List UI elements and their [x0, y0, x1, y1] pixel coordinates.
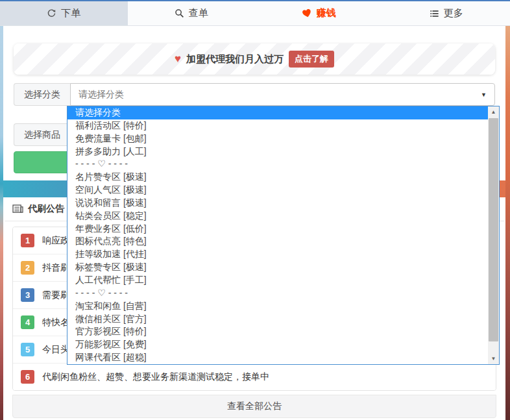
- announcement-icon: [12, 204, 23, 214]
- dropdown-option[interactable]: 空间人气区 [极速]: [67, 184, 488, 197]
- category-row: 选择分类 请选择分类 ▼: [14, 83, 495, 106]
- background-image-right-edge: [505, 26, 510, 420]
- notice-text: 特快名: [42, 317, 69, 328]
- category-label: 选择分类: [14, 83, 70, 106]
- tab-label: 下单: [61, 7, 80, 19]
- scrollbar-up-arrow[interactable]: ▲: [488, 106, 499, 117]
- product-label: 选择商品: [14, 123, 70, 146]
- dropdown-scrollbar[interactable]: ▲ ▼: [488, 106, 499, 364]
- notice-text: 代刷闲鱼粉丝、超赞、想要业务新渠道测试稳定，接单中: [42, 371, 269, 383]
- notice-number-badge: 4: [21, 315, 34, 329]
- dropdown-option[interactable]: 标签赞专区 [极速]: [67, 261, 488, 274]
- scrollbar-down-arrow[interactable]: ▼: [488, 353, 499, 364]
- category-select[interactable]: 请选择分类 ▼: [70, 83, 495, 106]
- dropdown-option[interactable]: 万能影视区 [免费]: [67, 338, 488, 351]
- notice-number-badge: 2: [21, 261, 34, 275]
- dropdown-option[interactable]: - - - - ♡ - - - -: [67, 287, 488, 300]
- scrollbar-thumb[interactable]: [489, 118, 498, 341]
- dropdown-option[interactable]: 说说和留言 [极速]: [67, 197, 488, 210]
- tab-label: 更多: [444, 7, 463, 19]
- notice-number-badge: 5: [21, 343, 34, 356]
- tab-check-order[interactable]: 查单: [128, 1, 256, 25]
- dropdown-option[interactable]: 网课代看区 [超稳]: [67, 351, 488, 364]
- view-all-announcements-button[interactable]: 查看全部公告: [12, 395, 496, 418]
- announcement-title: 代刷公告: [28, 203, 64, 215]
- menu-icon: [430, 9, 439, 18]
- tab-label: 查单: [189, 7, 208, 19]
- dropdown-option[interactable]: 请选择分类: [67, 106, 488, 119]
- dropdown-list: 请选择分类福利活动区 [特价]免费流量卡 [包邮]拼多多助力 [人工]- - -…: [67, 106, 488, 364]
- notice-number-badge: 6: [21, 370, 34, 384]
- category-select-value: 请选择分类: [79, 89, 124, 101]
- dropdown-option[interactable]: 挂等级加速 [代挂]: [67, 248, 488, 261]
- dropdown-option[interactable]: 钻类会员区 [稳定]: [67, 210, 488, 223]
- notice-number-badge: 1: [21, 234, 34, 247]
- dropdown-option[interactable]: 福利活动区 [特价]: [67, 119, 488, 132]
- dropdown-option[interactable]: 微信相关区 [官方]: [67, 313, 488, 326]
- notice-text: 抖音刷: [42, 262, 69, 274]
- tab-earn-money[interactable]: 赚钱: [255, 1, 383, 25]
- dropdown-option[interactable]: - - - - ♡ - - - -: [67, 158, 488, 171]
- dropdown-option[interactable]: 人工代帮忙 [手工]: [67, 274, 488, 287]
- agent-promo-banner: ♥ 加盟代理我们月入过万 点击了解: [14, 43, 495, 75]
- tab-place-order[interactable]: 下单: [0, 1, 128, 25]
- dropdown-option[interactable]: 免费流量卡 [包邮]: [67, 132, 488, 145]
- notice-text: 需要刷: [42, 290, 69, 301]
- dropdown-option[interactable]: 年费业务区 [低价]: [67, 223, 488, 236]
- dropdown-option[interactable]: 淘宝和闲鱼 [自营]: [67, 300, 488, 313]
- category-dropdown: 请选择分类福利活动区 [特价]免费流量卡 [包邮]拼多多助力 [人工]- - -…: [67, 106, 500, 365]
- promo-text: 加盟代理我们月入过万: [186, 53, 284, 66]
- dropdown-option[interactable]: 图标代点亮 [特色]: [67, 235, 488, 248]
- refresh-icon: [47, 8, 56, 18]
- tab-more[interactable]: 更多: [383, 1, 510, 25]
- heart-icon: [300, 7, 313, 19]
- search-icon: [175, 8, 184, 18]
- top-tab-bar: 下单 查单 赚钱 更多: [0, 0, 510, 26]
- learn-more-button[interactable]: 点击了解: [289, 51, 334, 68]
- tab-label: 赚钱: [317, 7, 336, 19]
- heart-icon: ♥: [175, 53, 181, 66]
- caret-down-icon: ▼: [481, 92, 487, 98]
- notice-text: 响应政: [42, 235, 69, 247]
- notice-row: 6代刷闲鱼粉丝、超赞、想要业务新渠道测试稳定，接单中: [13, 364, 496, 390]
- notice-text: 今日头: [42, 344, 69, 356]
- dropdown-option[interactable]: 官方影视区 [特价]: [67, 325, 488, 338]
- notice-number-badge: 3: [21, 288, 34, 302]
- dropdown-option[interactable]: 拼多多助力 [人工]: [67, 145, 488, 158]
- dropdown-option[interactable]: 名片赞专区 [极速]: [67, 171, 488, 184]
